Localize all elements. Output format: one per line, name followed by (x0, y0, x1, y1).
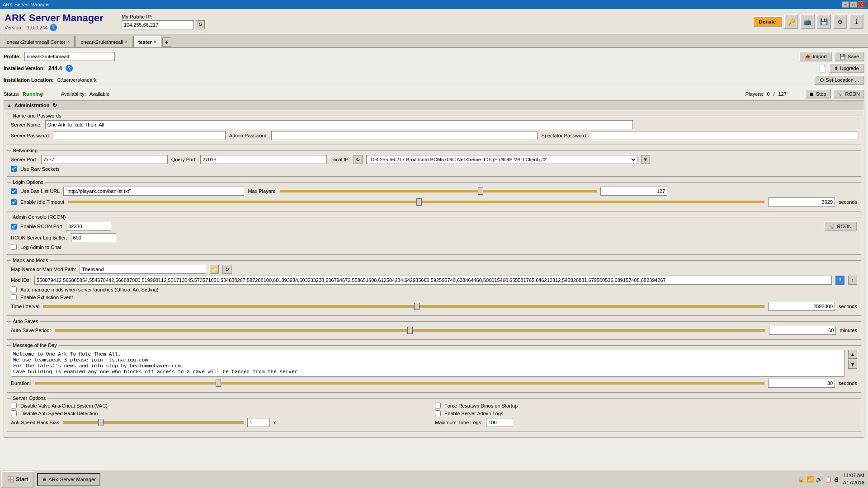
server-name-row: Server Name: (11, 120, 857, 129)
tab-1[interactable]: oneark2rulethmeall × (75, 36, 132, 47)
duration-value[interactable] (768, 379, 835, 388)
rcon-row: Enable RCON Port 📡 RCON (11, 221, 857, 231)
key-icon-btn[interactable]: 🔑 (784, 14, 798, 29)
local-ip-refresh-icon[interactable]: ↻ (354, 155, 363, 164)
admin-refresh-icon[interactable]: ↻ (52, 102, 57, 108)
tray-icon-5[interactable]: 🖨 (834, 476, 840, 483)
enable-extinction-checkbox[interactable] (11, 294, 17, 300)
query-port-input[interactable] (200, 155, 327, 164)
tray-icon-3[interactable]: 🔊 (816, 476, 823, 483)
upgrade-button[interactable]: ⬆ Upgrade (829, 63, 864, 73)
start-button[interactable]: 🪟 Start (1, 471, 34, 488)
enable-rcon-checkbox[interactable] (11, 224, 17, 230)
map-name-input[interactable] (80, 265, 206, 274)
server-name-input[interactable] (45, 120, 633, 129)
add-tab-button[interactable]: + (162, 38, 171, 47)
server-password-input[interactable] (54, 131, 226, 140)
max-players-slider[interactable] (280, 190, 597, 192)
help-icon-btn[interactable]: ℹ (849, 14, 863, 29)
max-players-value[interactable] (600, 187, 667, 196)
map-refresh-icon[interactable]: ↻ (222, 265, 231, 274)
spectator-password-label: Spectator Password: (541, 133, 587, 138)
motd-scroll-up[interactable]: ▲ (848, 350, 857, 359)
settings-icon-btn[interactable]: ⚙ (833, 14, 847, 29)
screen-icon-btn[interactable]: 📺 (800, 14, 815, 29)
close-btn[interactable]: × (858, 1, 865, 8)
rcon-button[interactable]: 📡 RCON (833, 89, 864, 99)
availability-label: Availability: (61, 91, 86, 97)
profile-input[interactable] (24, 52, 115, 61)
anti-speed-bias-slider[interactable] (63, 421, 244, 424)
auto-save-slider[interactable] (55, 329, 766, 332)
enable-admin-logs-checkbox[interactable] (435, 410, 441, 416)
max-tribe-logs-input[interactable] (486, 418, 513, 427)
ban-list-url-input[interactable] (63, 187, 244, 196)
stop-button[interactable]: ⏹ Stop (805, 89, 831, 99)
auto-manage-mods-checkbox[interactable] (11, 286, 17, 292)
tab-2[interactable]: tester × (133, 36, 161, 47)
tab-2-close[interactable]: × (154, 39, 156, 44)
map-browse-icon[interactable]: 📁 (210, 265, 219, 274)
admin-password-input[interactable] (271, 131, 538, 140)
server-options-left: Disable Valve Anti-Cheat System (VAC) Di… (11, 403, 433, 429)
tab-0-close[interactable]: × (67, 39, 70, 44)
log-admin-checkbox[interactable] (11, 244, 17, 250)
tab-0[interactable]: oneark2rulethmeall Center × (2, 36, 75, 47)
tray-icon-1[interactable]: 🔒 (797, 476, 805, 483)
set-location-button[interactable]: ⚙ Set Location ... (814, 75, 864, 85)
version-help-icon[interactable]: ? (66, 65, 73, 72)
title-bar-buttons: ─ □ × (842, 1, 865, 8)
tray-icon-4[interactable]: 📋 (825, 476, 832, 483)
disable-anti-speed-checkbox[interactable] (11, 410, 17, 416)
force-respawn-checkbox[interactable] (435, 403, 441, 408)
mod-ids-up-icon[interactable]: ↑ (848, 276, 857, 285)
anti-speed-bias-row: Anti-Speed Hack Bias x (11, 418, 433, 427)
public-ip-input[interactable] (122, 20, 194, 29)
app-title-section: ARK Server Manager Version: 1.0.0.244 ? (5, 12, 104, 31)
donate-button[interactable]: Donate (753, 16, 782, 27)
anti-speed-bias-value[interactable] (247, 418, 270, 427)
local-ip-select[interactable]: 104.255.66.217 Broadcom BCM5709C NetXtre… (366, 155, 637, 164)
spectator-password-input[interactable] (591, 131, 857, 140)
log-admin-row: Log Admin to Chat (11, 244, 857, 250)
taskbar-items: 🖥 ARK Server Manager (37, 473, 100, 486)
motd-scroll-down[interactable]: ▼ (848, 360, 857, 369)
mod-ids-input[interactable] (34, 276, 832, 285)
public-ip-section: My Public IP: ↻ (122, 14, 205, 29)
rcon-connect-button[interactable]: 📡 RCON (824, 221, 857, 231)
local-ip-dropdown-icon[interactable]: ▼ (641, 155, 650, 164)
stop-icon: ⏹ (809, 91, 814, 97)
tray-icon-2[interactable]: 📶 (807, 476, 814, 483)
save-icon-btn[interactable]: 💾 (816, 14, 831, 29)
use-ban-list-checkbox[interactable] (11, 188, 17, 194)
idle-timeout-slider[interactable] (68, 201, 764, 203)
enable-idle-timeout-checkbox[interactable] (11, 199, 17, 205)
idle-timeout-value[interactable] (768, 197, 835, 206)
name-passwords-legend: Name and Passwords (11, 113, 63, 118)
duration-slider[interactable] (35, 382, 764, 385)
server-port-input[interactable] (41, 155, 168, 164)
rcon-port-input[interactable] (66, 222, 111, 231)
minimize-btn[interactable]: ─ (842, 1, 849, 8)
file-icon[interactable]: 📄 (818, 64, 827, 73)
enable-admin-logs-row: Enable Server Admin Logs (435, 410, 857, 416)
time-interval-value[interactable] (768, 302, 835, 311)
motd-textarea[interactable]: Welcome to One Ark To Rule Them All. We … (11, 350, 844, 377)
tab-1-close[interactable]: × (125, 39, 127, 44)
save-button[interactable]: 💾 Save (834, 52, 864, 61)
upgrade-btn-area: 📄 ⬆ Upgrade (818, 63, 864, 73)
taskbar-item-ark[interactable]: 🖥 ARK Server Manager (37, 473, 100, 486)
maximize-btn[interactable]: □ (850, 1, 857, 8)
version-info-icon[interactable]: ? (50, 24, 57, 31)
mod-ids-info-icon[interactable]: ? (835, 276, 844, 285)
disable-vac-checkbox[interactable] (11, 403, 17, 408)
time-interval-slider[interactable] (43, 305, 764, 308)
players-section: Players: 0 / 127 (745, 91, 787, 97)
rcon-buffer-input[interactable] (71, 233, 116, 242)
server-options-legend: Server Options (11, 395, 47, 401)
import-button[interactable]: 📥 Import (799, 52, 832, 61)
refresh-ip-button[interactable]: ↻ (196, 20, 205, 29)
administration-header[interactable]: ▲ Administration ↻ (4, 101, 864, 110)
auto-save-value[interactable] (769, 326, 836, 335)
use-raw-sockets-checkbox[interactable] (11, 166, 17, 172)
